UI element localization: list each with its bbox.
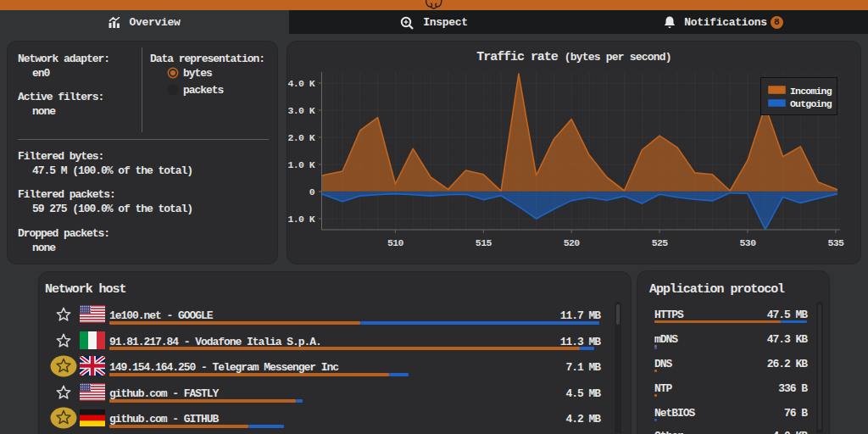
- svg-text:Incoming: Incoming: [790, 86, 832, 97]
- svg-text:520: 520: [564, 237, 581, 248]
- svg-text:1.0 K: 1.0 K: [287, 159, 314, 170]
- svg-text:530: 530: [740, 237, 757, 248]
- svg-text:4.0 K: 4.0 K: [287, 78, 314, 89]
- svg-text:535: 535: [827, 237, 844, 248]
- svg-text:510: 510: [387, 237, 404, 248]
- svg-text:Outgoing: Outgoing: [790, 98, 832, 109]
- svg-text:1.0 K: 1.0 K: [287, 214, 314, 225]
- svg-text:3.0 K: 3.0 K: [287, 105, 314, 116]
- svg-text:2.0 K: 2.0 K: [287, 132, 314, 143]
- svg-text:0: 0: [309, 186, 315, 198]
- svg-text:515: 515: [476, 237, 492, 248]
- svg-text:525: 525: [652, 237, 669, 248]
